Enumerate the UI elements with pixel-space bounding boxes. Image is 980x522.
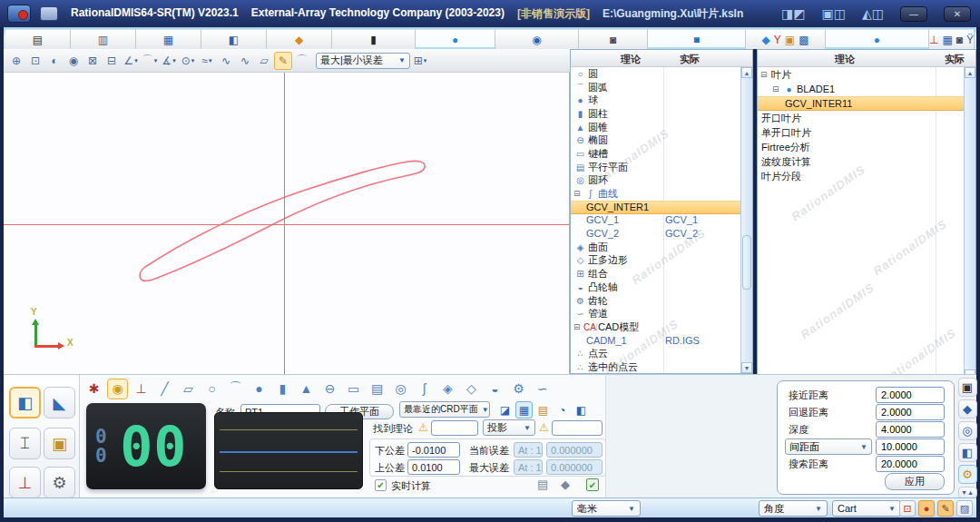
probe-shield-icon[interactable]: ◆ <box>958 399 977 419</box>
tab-display[interactable]: ◧ <box>201 29 267 49</box>
tree-row[interactable]: ⊟ 叶片 <box>758 67 964 82</box>
expand-toggle-icon[interactable]: ⊟ <box>573 321 583 333</box>
tree-row[interactable]: ◈ 曲面 <box>571 241 740 254</box>
graphics-viewport[interactable]: Y X <box>4 73 570 374</box>
expand-toggle-icon[interactable]: ⊟ <box>760 69 770 81</box>
torus-icon[interactable]: ◎ <box>390 379 411 399</box>
zoom-window-icon[interactable]: ⊡ ▾ <box>26 52 44 70</box>
jogbox-icon[interactable]: ◨◩ <box>781 6 805 21</box>
tree-row[interactable]: ∽ 管道 <box>571 307 740 320</box>
tree-row[interactable]: ▤ 平行平面 <box>571 161 740 174</box>
tree-row[interactable]: ∴ 点云 <box>571 347 740 360</box>
tab-camera[interactable]: ◙ <box>579 29 648 49</box>
tab-surface-view[interactable]: ● <box>416 29 495 49</box>
pan-icon[interactable]: ◐ ▾ <box>45 52 64 70</box>
tree-row[interactable]: ⊟ ● BLADE1 <box>758 82 964 96</box>
tree-row[interactable]: ⊟ ʃ 曲线 <box>571 187 740 201</box>
tree-row[interactable]: ◒ 凸轮轴 <box>571 281 740 294</box>
gear-icon[interactable]: ⚙ <box>508 379 529 399</box>
machine-icon[interactable]: ▣ <box>958 378 977 397</box>
app-icon[interactable] <box>7 5 31 23</box>
sphere-icon[interactable]: ● <box>249 379 270 399</box>
curve-edit-icon[interactable]: ✎ ▾ <box>274 52 292 70</box>
tree-row[interactable]: GCV_1 GCV_1 <box>571 214 740 228</box>
realtime-checkbox[interactable]: ✔ <box>375 479 387 491</box>
tab-alignment[interactable]: ⊥ ▦ ◙ Ϋ <box>929 29 975 49</box>
line-icon[interactable]: ╱ <box>154 379 175 399</box>
scroll-down-icon[interactable]: ▼ <box>741 362 752 373</box>
probe-curve-icon[interactable]: ⌒ ▾ <box>141 52 159 70</box>
search-probe-icon[interactable]: ◎ <box>958 421 977 440</box>
parameter-input[interactable]: 10.0000 <box>876 438 945 455</box>
crd-plane-dropdown[interactable]: 最靠近的CRD平面 ▼ <box>399 401 490 418</box>
fit-view-icon[interactable]: ⊕ ▾ <box>7 52 25 70</box>
probe-scan-icon[interactable]: ≈ ▾ <box>198 52 216 70</box>
tree-row[interactable]: GCV_INTER11 <box>758 96 964 111</box>
cam-icon[interactable]: ◒ <box>485 379 505 399</box>
settings-gear-icon[interactable]: ⚙ <box>958 465 977 484</box>
tab-report[interactable]: ▥ <box>71 29 136 49</box>
scrollbar-thumb[interactable] <box>742 235 751 290</box>
upper-tolerance-input[interactable]: 0.0100 <box>407 459 460 475</box>
axis-feature-icon[interactable]: ⊥ <box>131 379 152 399</box>
pen-tool-icon[interactable]: ✎ <box>937 500 954 517</box>
machine-config-button[interactable]: ⚙ <box>44 467 75 498</box>
minimize-button[interactable]: — <box>900 6 927 22</box>
lower-tolerance-input[interactable]: -0.0100 <box>407 442 460 458</box>
angle-dropdown[interactable]: 角度 ▼ <box>759 500 828 517</box>
tree-row[interactable]: ◎ 圆环 <box>571 174 740 188</box>
menu-list-icon[interactable] <box>40 6 58 21</box>
tab-render[interactable]: ◆ <box>267 29 332 49</box>
ball-probe-icon[interactable]: ● <box>918 500 935 517</box>
spacing-mode-dropdown[interactable]: 间距面 ▼ <box>785 438 872 455</box>
tab-print[interactable]: ▤ <box>5 29 71 49</box>
curve-measure-icon[interactable]: ⌒ ▾ <box>293 52 311 70</box>
ellipse-icon[interactable]: ⊖ <box>319 379 340 399</box>
cylinder-icon[interactable]: ▮ <box>272 379 293 399</box>
projection-dropdown[interactable]: 投影 ▼ <box>483 419 535 436</box>
tab-section-view[interactable]: ◉ <box>495 29 579 49</box>
apply-button[interactable]: 应用 <box>885 473 945 490</box>
circle-icon[interactable]: ○ <box>201 379 222 399</box>
tree-row[interactable]: ⊟ CAD CAD模型 <box>571 320 740 334</box>
angle-ruler-button[interactable]: ◣ <box>44 387 75 419</box>
probe-point-icon[interactable]: ∠ ▾ <box>122 52 140 70</box>
tree-row[interactable]: 叶片分段 <box>758 169 964 183</box>
tree-row[interactable]: ⊖ 椭圆 <box>571 133 740 147</box>
expand-toggle-icon[interactable]: ⊟ <box>772 84 782 95</box>
curve-icon[interactable]: ʃ <box>414 379 435 399</box>
multi-view-icon[interactable]: ▨ <box>956 500 973 517</box>
tree-row[interactable]: ● 球 <box>571 94 740 107</box>
view-config-split-button[interactable]: ⊞ ▾ <box>411 52 429 70</box>
find-theory-input[interactable] <box>431 420 478 436</box>
arc-probe-view-icon[interactable]: ◔ <box>554 401 571 419</box>
parameter-input[interactable]: 20.0000 <box>876 456 945 472</box>
projection-input[interactable] <box>552 420 603 436</box>
surface-icon[interactable]: ◈ <box>437 379 458 399</box>
tab-window[interactable]: ▦ <box>136 29 201 49</box>
point-icon[interactable]: ◉ <box>107 379 128 399</box>
cad-view-icon[interactable]: ◧ <box>573 401 590 419</box>
scroll-up-icon[interactable]: ▲ <box>741 67 752 78</box>
scan-wave-icon[interactable]: ∿ ▾ <box>217 52 235 70</box>
probe-cube-icon[interactable]: ◧ <box>958 443 977 462</box>
scroll-up-icon[interactable]: ▲ <box>965 67 975 78</box>
tree-row[interactable]: ▲ 圆锥 <box>571 121 740 134</box>
probe-cube-button[interactable]: ◧ <box>9 387 41 419</box>
close-button[interactable]: ✕ <box>944 6 971 22</box>
tab-probe-tools[interactable]: ◆ Y ▣ ▩ <box>746 29 826 49</box>
report-icon[interactable]: ▤ <box>537 478 548 491</box>
tab-device[interactable]: ▮ <box>332 29 416 49</box>
tree-row[interactable]: ▭ 键槽 <box>571 147 740 161</box>
probe-arc-icon[interactable]: ∡ ▾ <box>160 52 178 70</box>
tree-row[interactable]: ▮ 圆柱 <box>571 107 740 121</box>
tree-row[interactable]: GCV_2 GCV_2 <box>571 227 740 241</box>
tree-row[interactable]: 单开口叶片 <box>758 125 964 140</box>
graph-view-icon[interactable]: ▦ <box>515 401 533 419</box>
parameter-input[interactable]: 2.0000 <box>876 387 945 403</box>
probe-small-icon[interactable]: ◆ <box>561 478 570 491</box>
select-box-icon[interactable]: ⊠ ▾ <box>83 52 102 70</box>
probe-circle-icon[interactable]: ⊙ ▾ <box>179 52 197 70</box>
feature-tree-scrollbar[interactable]: ▲ ▼ <box>740 67 752 373</box>
expand-toggle-icon[interactable]: ⊟ <box>573 188 583 200</box>
